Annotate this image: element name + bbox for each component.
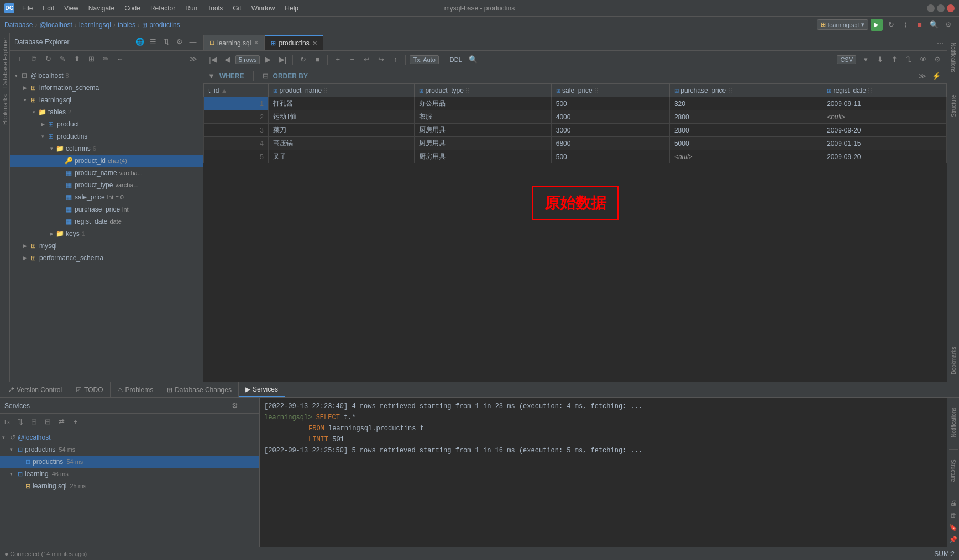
table-cell[interactable]: 2800 [669,110,822,124]
table-cell[interactable]: 厨房用具 [415,137,552,150]
table-cell[interactable]: 2009-09-20 [822,150,947,163]
tab-problems[interactable]: ⚠ Problems [111,382,161,397]
svc-align-btn[interactable]: ⇅ [14,416,26,428]
run-button[interactable]: ▶ [871,19,883,31]
tree-learningsql[interactable]: ▾ ⊞ learningsql [10,94,203,106]
breadcrumb-productins[interactable]: ⊞ productins [142,21,180,29]
tree-localhost[interactable]: ▾ ⊡ @localhost 8 [10,70,203,82]
tree-keys[interactable]: ▶ 📁 keys 1 [10,228,203,240]
bookmarks-strip-btn[interactable]: Bookmarks [948,341,958,380]
table-row[interactable]: 3菜刀厨房用具300028002009-09-20 [204,124,947,137]
up-btn[interactable]: ↑ [389,54,401,66]
menu-refactor[interactable]: Refactor [146,3,180,13]
refresh-button[interactable]: ↻ [885,19,897,31]
table-row[interactable]: 1打孔器办公用品5003202009-09-11 [204,97,947,110]
search-button[interactable]: 🔍 [928,19,940,31]
print-btn[interactable]: 🖨 [948,498,958,508]
filter-expand-btn[interactable]: ≫ [916,70,929,82]
tab-version-control[interactable]: ⎇ Version Control [0,382,69,397]
table-row[interactable]: 2运动T恤衣服40002800<null> [204,110,947,124]
menu-code[interactable]: Code [120,3,145,13]
search-icon-btn[interactable]: 🔍 [467,54,479,66]
svc-add-btn[interactable]: + [69,416,81,428]
table-cell[interactable]: 2009-01-15 [822,137,947,150]
bottom-notifications-btn[interactable]: Notifications [948,400,958,445]
col-header-regist[interactable]: ⊞ regist_date ⁝⁝ [822,84,947,97]
refresh-tree-btn[interactable]: ↻ [42,53,54,65]
tree-perf-schema[interactable]: ▶ ⊞ performance_schema [10,252,203,264]
table-cell[interactable]: <null> [822,110,947,124]
stop-button[interactable]: ■ [914,19,926,31]
table-cell[interactable]: 厨房用具 [415,150,552,163]
tree-product-name[interactable]: ▦ product_name varcha... [10,167,203,179]
table-cell[interactable]: <null> [669,150,822,163]
csv-chevron[interactable]: ▾ [860,54,872,66]
table-view-btn[interactable]: ⊞ [85,53,97,65]
upload-btn[interactable]: ⬆ [71,53,83,65]
col-header-type[interactable]: ⊞ product_type ⁝⁝ [415,84,552,97]
table-cell[interactable]: 办公用品 [415,97,552,110]
table-cell[interactable]: 500 [551,97,669,110]
svc-filter-btn[interactable]: ⊟ [28,416,40,428]
table-cell[interactable]: 2800 [669,124,822,137]
breadcrumb-database[interactable]: Database [4,21,33,29]
download-btn[interactable]: ⬇ [874,54,886,66]
svc-arrows-btn[interactable]: ⇄ [55,416,67,428]
notifications-btn[interactable]: Notifications [948,35,958,80]
table-cell[interactable]: 3000 [551,124,669,137]
tab-db-changes[interactable]: ⊞ Database Changes [160,382,239,397]
tab-services[interactable]: ▶ Services [239,382,285,397]
tx-btn[interactable]: Tx: Auto [410,55,438,64]
first-page-btn[interactable]: |◀ [207,54,219,66]
svc-minimize-btn[interactable]: — [243,400,255,412]
tab-todo[interactable]: ☑ TODO [69,382,110,397]
rows-selector[interactable]: 5 rows [235,55,260,64]
tab-learning-sql[interactable]: ⊟ learning.sql ✕ [203,35,265,50]
table-cell[interactable]: 2009-09-11 [822,97,947,110]
tree-regist-date[interactable]: ▦ regist_date date [10,215,203,228]
col-header-name[interactable]: ⊞ product_name ⁝⁝ [269,84,415,97]
add-btn[interactable]: + [13,53,25,65]
tab-menu-button[interactable]: ⋯ [934,37,947,50]
svc-productins-group[interactable]: ▾ ⊞ productins 54 ms [0,443,259,456]
redo-btn[interactable]: ↪ [375,54,387,66]
table-cell[interactable]: 运动T恤 [269,110,415,124]
remove-row-btn[interactable]: − [346,54,358,66]
tree-sale-price[interactable]: ▦ sale_price int = 0 [10,191,203,203]
bookmarks-label[interactable]: Bookmarks [2,94,8,125]
expand-btn[interactable]: ≫ [187,53,200,65]
upload-btn2[interactable]: ⬆ [888,54,900,66]
table-row[interactable]: 5叉子厨房用具500<null>2009-09-20 [204,150,947,163]
tab-sql-close[interactable]: ✕ [254,39,259,46]
tree-tables[interactable]: ▾ 📁 tables 2 [10,106,203,118]
svc-learning-group[interactable]: ▾ ⊞ learning 46 ms [0,468,259,480]
tree-product-id[interactable]: 🔑 product_id char(4) [10,155,203,167]
table-cell[interactable]: 厨房用具 [415,124,552,137]
undo-btn[interactable]: ↩ [360,54,373,66]
tree-productins[interactable]: ▾ ⊞ productins [10,130,203,142]
col-header-sale[interactable]: ⊞ sale_price ⁝⁝ [551,84,669,97]
sidebar-gear-btn[interactable]: ⚙ [174,36,185,47]
pencil-btn[interactable]: ✏ [99,53,112,65]
maximize-button[interactable]: □ [937,4,945,12]
tree-mysql[interactable]: ▶ ⊞ mysql [10,240,203,252]
table-cell[interactable]: 6800 [551,137,669,150]
sidebar-list-btn[interactable]: ☰ [148,36,159,47]
prev-page-btn[interactable]: ◀ [221,54,233,66]
tab-productins[interactable]: ⊞ productins ✕ [265,35,323,50]
table-cell[interactable]: 1 [204,97,269,110]
bottom-pin-btn[interactable]: 📌 [948,535,958,545]
tab-productins-close[interactable]: ✕ [312,40,317,47]
table-cell[interactable]: 5 [204,150,269,163]
breadcrumb-learningsql[interactable]: learningsql [79,21,111,29]
menu-tools[interactable]: Tools [203,3,227,13]
settings-icon-btn[interactable]: ⚙ [931,54,944,66]
svc-localhost[interactable]: ▾ ↺ @localhost [0,431,259,443]
table-cell[interactable]: 4 [204,137,269,150]
svc-productins-item[interactable]: ⊞ productins 54 ms [0,456,259,468]
add-row-btn[interactable]: + [332,54,344,66]
tree-info-schema[interactable]: ▶ ⊞ information_schema [10,82,203,94]
table-row[interactable]: 4高压锅厨房用具680050002009-01-15 [204,137,947,150]
tree-purchase-price[interactable]: ▦ purchase_price int [10,203,203,215]
database-explorer-label[interactable]: Database Explorer [2,38,8,88]
